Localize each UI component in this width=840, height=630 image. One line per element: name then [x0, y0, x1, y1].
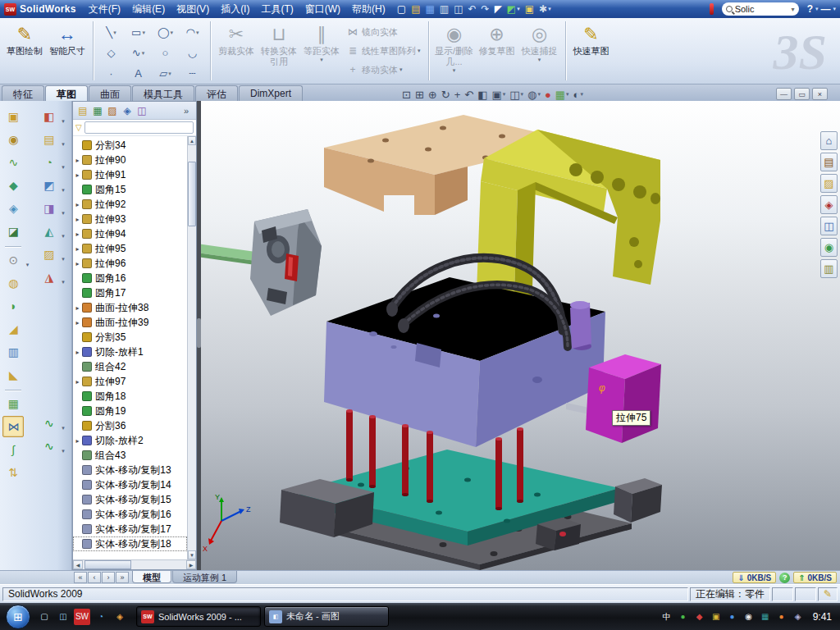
- flyout-arrow-icon[interactable]: ▾: [168, 71, 171, 77]
- flyout-arrow-icon[interactable]: ▾: [62, 256, 65, 262]
- centerline-tool-icon[interactable]: ┄: [179, 63, 206, 84]
- weldments-flyout-icon[interactable]: ◭▾: [39, 221, 60, 242]
- dimxpertmanager-tab[interactable]: ◈: [120, 103, 135, 118]
- hscroll-thumb[interactable]: [84, 560, 131, 569]
- expand-arrow-icon[interactable]: ▸: [73, 201, 82, 208]
- design-library-icon[interactable]: ▤: [820, 153, 838, 171]
- tree-item-25[interactable]: 实体-移动/复制15: [73, 492, 187, 507]
- draft-tool-icon[interactable]: ◣: [2, 364, 24, 386]
- flyout-arrow-icon[interactable]: ▾: [62, 210, 65, 217]
- taskbar-task-2[interactable]: ◧未命名 - 画图: [264, 606, 389, 627]
- surfaces-flyout-icon[interactable]: ◩▾: [39, 175, 60, 196]
- tree-item-10[interactable]: 圆角16: [73, 271, 187, 285]
- curvature-check-icon[interactable]: ∿▾: [39, 436, 60, 457]
- sketch-button[interactable]: ✎草图绘制: [3, 20, 46, 82]
- volume-icon[interactable]: ◉: [742, 610, 756, 623]
- zoom-in-out-icon[interactable]: ⊕: [427, 87, 439, 102]
- model-mold-body[interactable]: [324, 277, 605, 447]
- tree-filter-input[interactable]: [84, 121, 194, 134]
- flyout-arrow-icon[interactable]: ▾: [320, 57, 323, 63]
- taskbar-task-1[interactable]: SWSolidWorks 2009 - ...: [136, 606, 261, 627]
- hscroll-track[interactable]: [83, 560, 186, 569]
- pan-icon[interactable]: +: [453, 87, 463, 102]
- switch-windows-icon[interactable]: ◫: [55, 609, 71, 625]
- flyout-arrow-icon[interactable]: ▾: [196, 30, 199, 36]
- tree-item-22[interactable]: 组合43: [73, 448, 187, 463]
- revolved-boss-icon[interactable]: ◉: [2, 129, 24, 150]
- propertymanager-tab[interactable]: ▦: [90, 103, 105, 118]
- search-box[interactable]: Solic ▾: [722, 2, 799, 16]
- tree-item-15[interactable]: ▸切除-放样1: [73, 345, 187, 359]
- extruded-boss-icon[interactable]: ▣: [2, 106, 24, 127]
- expand-arrow-icon[interactable]: ▸: [73, 231, 82, 238]
- restore-document-button[interactable]: ▭: [794, 88, 810, 100]
- start-button[interactable]: ⊞: [6, 605, 30, 629]
- flyout-arrow-icon[interactable]: ▾: [62, 141, 65, 148]
- sheetmetal-flyout-icon[interactable]: ◨▾: [39, 198, 60, 219]
- expand-arrow-icon[interactable]: ▸: [73, 349, 82, 356]
- security-center-icon[interactable]: ◆: [693, 610, 706, 623]
- collapse-icon[interactable]: —: [820, 3, 830, 15]
- first-tab-button[interactable]: «: [74, 572, 87, 583]
- boundary-boss-icon[interactable]: ◈: [2, 198, 24, 219]
- tree-item-2[interactable]: ▸拉伸90: [73, 153, 187, 167]
- undo-icon[interactable]: ↶: [466, 2, 479, 16]
- model-extrude75-block[interactable]: φ: [586, 354, 661, 443]
- new-file-icon[interactable]: ▢: [395, 2, 409, 16]
- rib-tool-icon[interactable]: ▥: [2, 341, 24, 363]
- open-file-icon[interactable]: ▤: [409, 2, 422, 16]
- curve-tool-icon[interactable]: ∫: [2, 439, 24, 460]
- show-desktop-icon[interactable]: ▢: [36, 609, 52, 625]
- mold-tools-flyout-icon[interactable]: ▨▾: [39, 244, 60, 265]
- tree-item-3[interactable]: ▸拉伸91: [73, 167, 187, 182]
- expand-arrow-icon[interactable]: ▸: [73, 378, 82, 386]
- previous-view-icon[interactable]: ↶: [463, 87, 475, 102]
- move-entities-button[interactable]: +移动实体▾: [343, 61, 424, 80]
- shell-tool-icon[interactable]: ▦: [2, 393, 24, 414]
- expand-arrow-icon[interactable]: ▸: [73, 304, 82, 312]
- tree-item-13[interactable]: ▸曲面-拉伸39: [73, 315, 187, 330]
- slot-tool-icon[interactable]: ▱▾: [152, 63, 179, 84]
- tree-item-18[interactable]: 圆角18: [73, 389, 187, 404]
- view-orientation-icon[interactable]: ▣▾: [490, 87, 507, 102]
- search-results-icon[interactable]: ◈: [820, 195, 838, 214]
- tree-item-27[interactable]: 实体-移动/复制17: [73, 522, 187, 536]
- tree-item-11[interactable]: 圆角17: [73, 285, 187, 300]
- expand-arrow-icon[interactable]: ▸: [73, 245, 82, 253]
- command-tab-5[interactable]: 评估: [195, 85, 238, 101]
- tree-item-26[interactable]: 实体-移动/复制16: [73, 507, 187, 522]
- doc-tab-1[interactable]: 模型: [132, 571, 171, 583]
- save-icon[interactable]: ▦: [422, 2, 436, 16]
- scroll-thumb[interactable]: [188, 162, 196, 226]
- scroll-up-icon[interactable]: ▲: [188, 136, 196, 145]
- displaymanager-tab[interactable]: ◫: [135, 103, 149, 118]
- scroll-right-icon[interactable]: ▶: [186, 560, 196, 569]
- smart-dimension-button[interactable]: ↔智能尺寸: [46, 20, 89, 82]
- trim-entities-button[interactable]: ✂剪裁实体: [215, 20, 258, 82]
- expand-arrow-icon[interactable]: ▸: [73, 171, 82, 179]
- display-style-icon[interactable]: ◫▾: [508, 87, 525, 102]
- convert-entities-button[interactable]: ⊔转换实体引用: [258, 20, 300, 82]
- search-input[interactable]: Solic: [735, 4, 792, 14]
- expand-arrow-icon[interactable]: ▸: [73, 260, 82, 267]
- flyout-arrow-icon[interactable]: ▾: [62, 118, 65, 125]
- flyout-arrow-icon[interactable]: ▾: [566, 91, 569, 98]
- command-tab-3[interactable]: 曲面: [89, 85, 131, 101]
- hide-show-items-icon[interactable]: ◍▾: [526, 87, 542, 102]
- curves-flyout-icon[interactable]: ▤▾: [39, 129, 60, 150]
- flyout-arrow-icon[interactable]: ▾: [503, 91, 506, 98]
- rotate-view-icon[interactable]: ↻: [440, 87, 452, 102]
- search-dropdown-icon[interactable]: ▾: [792, 6, 795, 13]
- flyout-arrow-icon[interactable]: ▾: [62, 164, 65, 171]
- minimize-document-button[interactable]: —: [776, 88, 792, 100]
- tree-item-12[interactable]: ▸曲面-拉伸38: [73, 300, 187, 315]
- redo-icon[interactable]: ↷: [479, 2, 492, 16]
- zoom-fit-icon[interactable]: ⊡: [400, 87, 413, 102]
- arc-tool-icon[interactable]: ◠▾: [179, 22, 206, 43]
- tree-item-8[interactable]: ▸拉伸95: [73, 241, 187, 256]
- scroll-down-icon[interactable]: ▼: [188, 550, 196, 559]
- mirror-tool-icon[interactable]: ⋈: [2, 416, 24, 437]
- panel-splitter[interactable]: [197, 101, 201, 570]
- flyout-arrow-icon[interactable]: ▾: [142, 30, 145, 36]
- flyout-arrow-icon[interactable]: ▾: [548, 6, 551, 12]
